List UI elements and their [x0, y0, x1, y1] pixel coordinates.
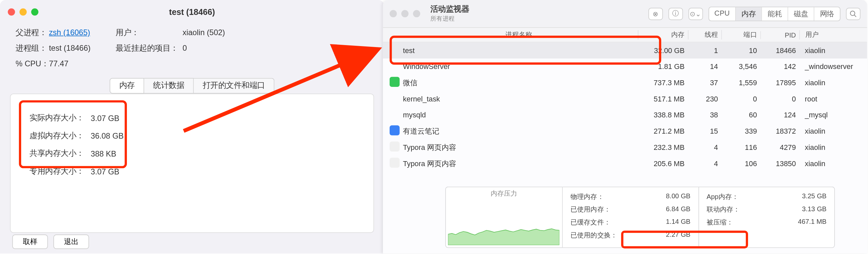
table-row[interactable]: Typora 网页内容205.6 MB410613850xiaolin: [383, 156, 867, 172]
seg-memory[interactable]: 内存: [735, 7, 761, 20]
view-segmented-control: CPU 内存 能耗 磁盘 网络: [708, 6, 840, 21]
process-inspector-window: test (18466) 父进程： zsh (16065) 用户： xiaoli…: [0, 0, 384, 253]
cell-user: _windowserver: [799, 62, 860, 70]
table-row[interactable]: mysqld338.8 MB3860124_mysql: [383, 107, 867, 123]
used-mem-label: 已使用内存：: [570, 205, 611, 215]
col-user[interactable]: 用户: [799, 30, 860, 40]
private-memory-label: 专用内存大小：: [30, 163, 89, 180]
process-table-body: test32.00 GB11018466xiaolinWindowServer1…: [383, 43, 867, 172]
table-row[interactable]: WindowServer1.81 GB143,546142_windowserv…: [383, 58, 867, 75]
phys-mem-value: 8.00 GB: [666, 192, 690, 202]
used-mem-value: 6.84 GB: [666, 205, 690, 215]
cell-pid: 142: [760, 62, 799, 70]
cell-ports: 3,546: [721, 62, 760, 70]
cell-user: xiaolin: [799, 79, 860, 87]
cell-threads: 37: [688, 79, 721, 87]
window-title-group: 活动监视器 所有进程: [430, 4, 469, 23]
cell-ports: 106: [721, 159, 760, 167]
col-ports[interactable]: 端口: [721, 30, 760, 40]
swap-used-value: 2.27 GB: [666, 231, 690, 241]
cell-user: xiaolin: [799, 143, 860, 151]
phys-mem-label: 物理内存：: [570, 192, 604, 202]
cell-threads: 230: [688, 95, 721, 103]
cell-ports: 339: [721, 127, 760, 135]
maximize-icon[interactable]: [31, 8, 38, 15]
more-options-button[interactable]: ⊙⌄: [688, 8, 703, 20]
close-icon[interactable]: [8, 8, 15, 15]
cell-ports: 60: [721, 111, 760, 119]
process-group-value: test (18466): [49, 44, 116, 53]
window-subtitle: 所有进程: [430, 15, 469, 23]
close-icon[interactable]: [390, 10, 397, 17]
app-mem-label: App内存：: [707, 192, 739, 202]
col-process-name[interactable]: 进程名称: [403, 30, 638, 40]
table-row[interactable]: Typora 网页内容232.3 MB41164279xiaolin: [383, 139, 867, 156]
compressed-label: 被压缩：: [707, 218, 734, 227]
parent-process-link[interactable]: zsh (16065): [49, 28, 90, 37]
real-memory-label: 实际内存大小：: [30, 110, 89, 126]
process-info-grid: 父进程： zsh (16065) 用户： xiaolin (502) 进程组： …: [0, 24, 384, 69]
table-row[interactable]: test32.00 GB11018466xiaolin: [383, 43, 867, 59]
private-memory-value: 3.07 GB: [91, 163, 129, 180]
info-button[interactable]: ⓘ: [668, 8, 683, 20]
cached-files-label: 已缓存文件：: [570, 218, 611, 227]
cell-ports: 1,559: [721, 79, 760, 87]
svg-point-0: [850, 10, 855, 15]
memory-details-table: 实际内存大小：3.07 GB 虚拟内存大小：36.08 GB 共享内存大小：38…: [29, 109, 130, 181]
cell-pid: 0: [760, 95, 799, 103]
cell-pid: 17895: [760, 79, 799, 87]
cell-pid: 4279: [760, 143, 799, 151]
shared-memory-value: 388 KB: [91, 145, 129, 162]
parent-process-label: 父进程：: [16, 28, 49, 38]
memory-stats: 物理内存：8.00 GB 已使用内存：6.84 GB 已缓存文件：1.14 GB…: [562, 187, 834, 247]
app-mem-value: 3.25 GB: [802, 192, 827, 202]
cell-user: xiaolin: [799, 159, 860, 167]
search-button[interactable]: [846, 8, 861, 20]
app-icon: [390, 158, 400, 167]
cached-files-value: 1.14 GB: [666, 218, 690, 227]
cell-pid: 18372: [760, 127, 799, 135]
inspector-tabs: 内存 统计数据 打开的文件和端口: [0, 78, 384, 93]
minimize-icon[interactable]: [20, 8, 27, 15]
cell-user: xiaolin: [799, 46, 860, 54]
cell-ports: 10: [721, 46, 760, 54]
table-row[interactable]: 有道云笔记271.2 MB1533918372xiaolin: [383, 123, 867, 139]
col-memory[interactable]: 内存: [638, 30, 688, 40]
swap-used-label: 已使用的交换：: [570, 231, 617, 241]
virtual-memory-value: 36.08 GB: [91, 128, 129, 144]
col-pid[interactable]: PID: [760, 31, 799, 39]
table-row[interactable]: 微信737.3 MB371,55917895xiaolin: [383, 75, 867, 91]
seg-disk[interactable]: 磁盘: [787, 7, 814, 20]
memory-pressure-section: 内存压力: [446, 187, 563, 247]
cell-ports: 0: [721, 95, 760, 103]
recent-hangs-label: 最近挂起的项目：: [116, 44, 183, 53]
tab-statistics[interactable]: 统计数据: [144, 78, 194, 93]
seg-network[interactable]: 网络: [814, 7, 840, 20]
cell-user: root: [799, 95, 860, 103]
minimize-icon[interactable]: [401, 10, 408, 17]
traffic-lights: [390, 10, 420, 17]
svg-line-1: [854, 15, 856, 17]
cell-name: kernel_task: [403, 95, 638, 103]
cell-pid: 18466: [760, 46, 799, 54]
traffic-lights: [8, 8, 38, 15]
tab-memory[interactable]: 内存: [110, 78, 144, 93]
table-row[interactable]: kernel_task517.1 MB23000root: [383, 91, 867, 107]
seg-cpu[interactable]: CPU: [709, 7, 736, 20]
sample-button[interactable]: 取样: [12, 234, 48, 249]
cell-memory: 271.2 MB: [638, 127, 688, 135]
stop-process-button[interactable]: ⊗: [648, 8, 662, 20]
maximize-icon[interactable]: [413, 10, 421, 17]
seg-energy[interactable]: 能耗: [761, 7, 787, 20]
cell-pid: 124: [760, 111, 799, 119]
col-threads[interactable]: 线程: [688, 30, 721, 40]
quit-button[interactable]: 退出: [53, 234, 89, 249]
app-icon: [390, 125, 400, 135]
cpu-value: 77.47: [49, 59, 116, 69]
tab-open-files[interactable]: 打开的文件和端口: [194, 78, 275, 93]
memory-pressure-chart: [448, 206, 559, 245]
compressed-value: 467.1 MB: [798, 218, 826, 227]
memory-pressure-title: 内存压力: [446, 187, 562, 198]
cell-name: test: [403, 46, 638, 54]
cell-memory: 32.00 GB: [638, 46, 688, 54]
